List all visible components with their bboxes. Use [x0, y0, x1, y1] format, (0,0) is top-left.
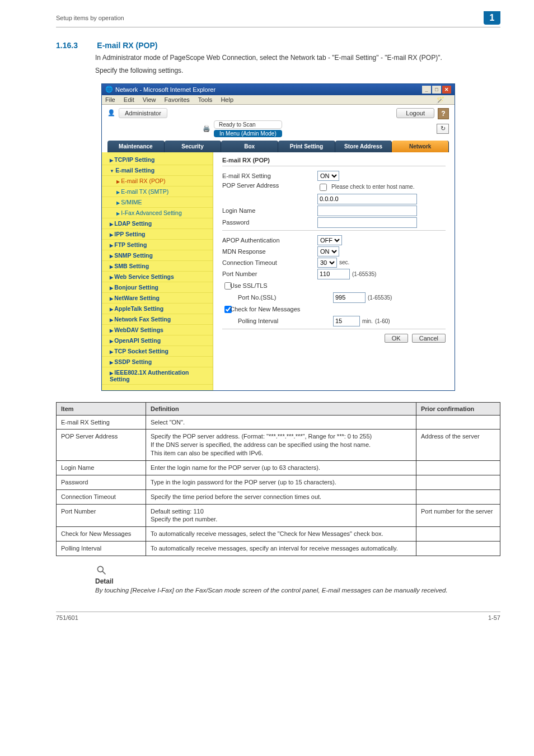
unit-connection-timeout: sec. [339, 259, 349, 265]
input-pop-server-address[interactable] [317, 194, 417, 204]
cell-definition: Select "ON". [146, 415, 416, 430]
window-maximize-button[interactable]: □ [432, 86, 441, 94]
sidebar-item[interactable]: ▶ E-mail TX (SMTP) [102, 186, 213, 197]
logout-button[interactable]: Logout [396, 108, 434, 118]
table-row: Polling IntervalTo automatically receive… [57, 542, 500, 556]
sidebar-item-label: TCP/IP Setting [114, 156, 154, 163]
tab-box[interactable]: Box [221, 141, 278, 152]
checkbox-host-name[interactable] [320, 184, 327, 191]
cancel-button[interactable]: Cancel [412, 334, 446, 343]
sidebar-item[interactable]: ▼ E-mail Setting [102, 165, 213, 176]
mode-label: In Menu (Admin Mode) [214, 130, 282, 137]
menu-view[interactable]: View [143, 96, 156, 103]
sidebar-item-label: S/MIME [121, 199, 142, 206]
chevron-icon: ▶ [116, 179, 121, 184]
sidebar-item[interactable]: ▶ WebDAV Settings [102, 325, 213, 335]
window-close-button[interactable]: ✕ [442, 86, 451, 94]
menu-tools[interactable]: Tools [198, 96, 213, 103]
sidebar-item-label: E-mail Setting [115, 167, 154, 174]
sidebar-item[interactable]: ▶ TCP Socket Setting [102, 346, 213, 357]
tab-print-setting[interactable]: Print Setting [278, 141, 335, 152]
chevron-icon: ▶ [110, 360, 114, 365]
chevron-icon: ▶ [110, 307, 114, 312]
select-email-rx-setting[interactable]: ON [317, 171, 339, 181]
content-panel: E-mail RX (POP) E-mail RX Setting ON POP… [213, 152, 455, 390]
chevron-icon: ▶ [116, 190, 121, 195]
sidebar-item[interactable]: ▶ Web Service Settings [102, 272, 213, 282]
help-button[interactable]: ? [438, 108, 449, 119]
cell-definition: Specify the time period before the serve… [146, 489, 416, 504]
chevron-icon: ▶ [110, 328, 114, 333]
sidebar-item[interactable]: ▶ AppleTalk Setting [102, 304, 213, 314]
cell-definition: Specify the POP server address. (Format:… [146, 430, 416, 461]
chevron-icon: ▶ [116, 200, 121, 206]
input-login-name[interactable] [317, 206, 417, 216]
select-connection-timeout[interactable]: 30 [317, 258, 337, 268]
sidebar-item[interactable]: ▶ SMB Setting [102, 261, 213, 272]
sidebar-item[interactable]: ▶ Network Fax Setting [102, 314, 213, 325]
svg-line-1 [102, 571, 105, 574]
sidebar-item-label: AppleTalk Setting [114, 305, 163, 312]
th-prior: Prior confirmation [416, 402, 500, 415]
chevron-icon: ▶ [116, 211, 121, 216]
window-minimize-button[interactable]: _ [422, 86, 431, 94]
admin-user-icon: 👤 [107, 109, 115, 116]
sidebar-item[interactable]: ▶ TCP/IP Setting [102, 155, 213, 165]
cell-prior [416, 415, 500, 430]
table-row: Connection TimeoutSpecify the time perio… [57, 489, 500, 504]
sidebar-item-label: LDAP Setting [114, 220, 152, 227]
th-definition: Definition [146, 402, 416, 415]
sidebar-item-label: SNMP Setting [114, 252, 153, 259]
refresh-icon[interactable]: ↻ [437, 124, 449, 134]
printer-icon: 🖨️ [203, 125, 210, 132]
cell-definition: Enter the login name for the POP server … [146, 460, 416, 475]
input-port-number[interactable] [317, 269, 350, 279]
sidebar-item[interactable]: ▶ FTP Setting [102, 240, 213, 250]
tab-network[interactable]: Network [392, 141, 449, 152]
select-apop[interactable]: OFF [317, 235, 342, 245]
label-apop: APOP Authentication [222, 237, 317, 244]
sidebar-item[interactable]: ▶ OpenAPI Setting [102, 335, 213, 346]
cell-item: Polling Interval [57, 542, 146, 556]
chevron-icon: ▶ [110, 286, 114, 291]
cell-prior [416, 542, 500, 556]
sidebar-item[interactable]: ▶ I-Fax Advanced Setting [102, 208, 213, 218]
sidebar-item-label: E-mail RX (POP) [121, 178, 165, 184]
cell-prior: Port number for the server [416, 504, 500, 527]
sidebar-item[interactable]: ▶ SSDP Setting [102, 357, 213, 367]
breadcrumb: Setup items by operation [56, 15, 484, 21]
tab-security[interactable]: Security [165, 141, 222, 152]
tab-maintenance[interactable]: Maintenance [107, 141, 165, 152]
input-password[interactable] [317, 217, 417, 228]
sidebar-item[interactable]: ▶ SNMP Setting [102, 250, 213, 261]
menu-help[interactable]: Help [221, 96, 233, 103]
window-titlebar: 🌐 Network - Microsoft Internet Explorer … [102, 84, 455, 95]
label-connection-timeout: Connection Timeout [222, 259, 317, 266]
sidebar-item[interactable]: ▶ LDAP Setting [102, 218, 213, 229]
input-ssl-port[interactable] [333, 292, 366, 303]
detail-text: By touching [Receive I-Fax] on the Fax/S… [95, 586, 500, 595]
ok-button[interactable]: OK [385, 334, 408, 343]
menu-file[interactable]: File [105, 96, 115, 103]
sidebar-item[interactable]: ▶ S/MIME [102, 197, 213, 208]
sidebar-item[interactable]: ▶ Bonjour Setting [102, 282, 213, 293]
sidebar-item-label: Network Fax Setting [114, 316, 171, 323]
sidebar-item-label: I-Fax Advanced Setting [121, 209, 182, 216]
sidebar-item[interactable]: ▶ E-mail RX (POP) [102, 176, 213, 186]
table-row: Check for New MessagesTo automatically r… [57, 527, 500, 542]
magnifier-icon [95, 564, 107, 576]
sidebar-item[interactable]: ▶ IEEE802.1X Authentication Setting [102, 367, 213, 385]
chevron-icon: ▶ [110, 264, 114, 269]
tab-store-address[interactable]: Store Address [335, 141, 392, 152]
select-mdn-response[interactable]: ON [317, 246, 339, 256]
th-item: Item [57, 402, 146, 415]
cell-item: Login Name [57, 460, 146, 475]
menu-favorites[interactable]: Favorites [165, 96, 190, 103]
input-polling-interval[interactable] [333, 316, 360, 326]
sidebar-item[interactable]: ▶ NetWare Setting [102, 293, 213, 304]
label-check-new-messages: Check for New Messages [230, 306, 300, 312]
sidebar-item[interactable]: ▶ IPP Setting [102, 229, 213, 240]
menu-edit[interactable]: Edit [124, 96, 134, 103]
intro-paragraph-1: In Administrator mode of PageScope Web C… [95, 53, 500, 63]
cell-item: E-mail RX Setting [57, 415, 146, 430]
